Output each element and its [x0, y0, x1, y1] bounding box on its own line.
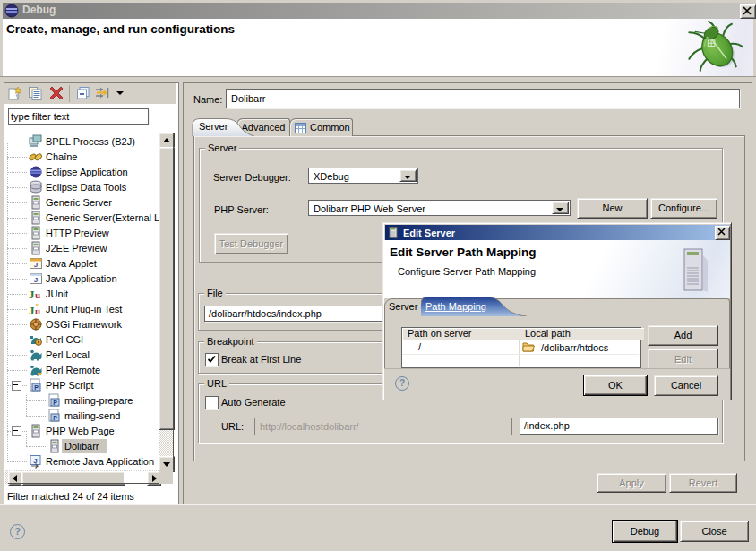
svg-text:J: J [29, 304, 35, 316]
svg-text:J: J [34, 261, 38, 269]
svg-text:J: J [29, 288, 35, 301]
svg-text:u: u [35, 306, 40, 316]
svg-text:P: P [53, 415, 57, 421]
svg-text:J: J [34, 276, 38, 284]
svg-text:P: P [34, 384, 39, 391]
svg-text:P: P [53, 400, 57, 406]
svg-text:u: u [35, 289, 40, 300]
